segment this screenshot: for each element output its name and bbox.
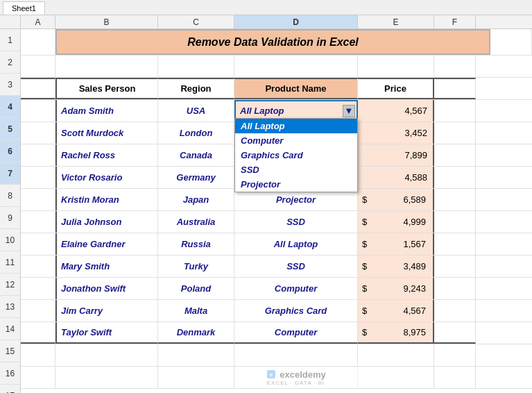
- cell-a4[interactable]: [21, 100, 55, 122]
- cell-a15[interactable]: [21, 344, 55, 366]
- col-header-e[interactable]: E: [358, 15, 434, 28]
- cell-a12[interactable]: [21, 278, 55, 299]
- dropdown-item-2[interactable]: Graphics Card: [235, 148, 357, 162]
- cell-e2[interactable]: [358, 56, 434, 77]
- cell-e4[interactable]: 4,567: [358, 100, 434, 122]
- cell-c15[interactable]: [158, 344, 234, 366]
- cell-d10[interactable]: All Laptop: [234, 233, 358, 255]
- col-header-f[interactable]: F: [434, 15, 476, 28]
- cell-a14[interactable]: [21, 322, 55, 344]
- cell-d12[interactable]: Computer: [234, 278, 358, 299]
- cell-a11[interactable]: [21, 256, 55, 277]
- cell-f4[interactable]: [434, 100, 476, 122]
- cell-c6[interactable]: Canada: [158, 144, 234, 166]
- cell-a10[interactable]: [21, 233, 55, 255]
- cell-c12[interactable]: Poland: [158, 278, 234, 299]
- cell-b16[interactable]: [55, 367, 158, 388]
- cell-c5[interactable]: London: [158, 122, 234, 144]
- cell-f6[interactable]: [434, 144, 476, 166]
- row-num-13[interactable]: 13: [0, 296, 20, 318]
- cell-c13[interactable]: Malta: [158, 300, 234, 321]
- cell-a16[interactable]: [21, 367, 55, 388]
- cell-b9[interactable]: Julia Johnson: [55, 211, 158, 233]
- row-num-12[interactable]: 12: [0, 274, 20, 296]
- cell-e11[interactable]: $ 3,489: [358, 256, 434, 277]
- row-num-10[interactable]: 10: [0, 229, 20, 251]
- cell-c4[interactable]: USA: [158, 100, 234, 122]
- sheet-tab[interactable]: Sheet1: [3, 1, 45, 15]
- cell-d11[interactable]: SSD: [234, 256, 358, 277]
- cell-f11[interactable]: [434, 256, 476, 277]
- cell-b3[interactable]: Sales Person: [55, 78, 158, 99]
- dropdown-item-4[interactable]: Projector: [235, 177, 357, 192]
- row-num-14[interactable]: 14: [0, 318, 20, 340]
- row-num-3[interactable]: 3: [0, 74, 20, 96]
- cell-d15[interactable]: [234, 344, 358, 366]
- cell-f8[interactable]: [434, 189, 476, 210]
- cell-c10[interactable]: Russia: [158, 233, 234, 255]
- row-num-15[interactable]: 15: [0, 340, 20, 362]
- cell-f14[interactable]: [434, 322, 476, 344]
- cell-e15[interactable]: [358, 344, 434, 366]
- cell-b13[interactable]: Jim Carry: [55, 300, 158, 321]
- cell-c7[interactable]: Germany: [158, 167, 234, 188]
- cell-d13[interactable]: Graphics Card: [234, 300, 358, 321]
- cell-b6[interactable]: Rachel Ross: [55, 144, 158, 166]
- cell-f12[interactable]: [434, 278, 476, 299]
- cell-f2[interactable]: [434, 56, 476, 77]
- cell-f7[interactable]: [434, 167, 476, 188]
- col-header-c[interactable]: C: [158, 15, 234, 28]
- col-header-a[interactable]: A: [21, 15, 55, 28]
- col-header-d[interactable]: D: [234, 15, 358, 28]
- cell-a2[interactable]: [21, 56, 55, 77]
- cell-c9[interactable]: Australia: [158, 211, 234, 233]
- cell-a9[interactable]: [21, 211, 55, 233]
- row-num-16[interactable]: 16: [0, 362, 20, 385]
- dropdown-item-0[interactable]: All Laptop: [235, 119, 357, 133]
- cell-e12[interactable]: $ 9,243: [358, 278, 434, 299]
- cell-f10[interactable]: [434, 233, 476, 255]
- cell-b12[interactable]: Jonathon Swift: [55, 278, 158, 299]
- cell-c14[interactable]: Denmark: [158, 322, 234, 344]
- cell-e10[interactable]: $ 1,567: [358, 233, 434, 255]
- cell-b11[interactable]: Mary Smith: [55, 256, 158, 277]
- col-header-b[interactable]: B: [55, 15, 158, 28]
- cell-b5[interactable]: Scott Murdock: [55, 122, 158, 144]
- dropdown-item-1[interactable]: Computer: [235, 133, 357, 148]
- cell-d3[interactable]: Product Name: [234, 78, 358, 99]
- cell-c11[interactable]: Turky: [158, 256, 234, 277]
- cell-f1[interactable]: [490, 29, 532, 55]
- cell-a8[interactable]: [21, 189, 55, 210]
- cell-b10[interactable]: Elaine Gardner: [55, 233, 158, 255]
- row-num-2[interactable]: 2: [0, 51, 20, 74]
- cell-e8[interactable]: $ 6,589: [358, 189, 434, 210]
- row-num-8[interactable]: 8: [0, 185, 20, 207]
- cell-b15[interactable]: [55, 344, 158, 366]
- cell-f3[interactable]: [434, 78, 476, 99]
- cell-f9[interactable]: [434, 211, 476, 233]
- cell-f5[interactable]: [434, 122, 476, 144]
- cell-d14[interactable]: Computer: [234, 322, 358, 344]
- cell-e14[interactable]: $ 8,975: [358, 322, 434, 344]
- cell-b2[interactable]: [55, 56, 158, 77]
- row-num-11[interactable]: 11: [0, 251, 20, 274]
- cell-f16[interactable]: [434, 367, 476, 388]
- cell-e16[interactable]: [358, 367, 434, 388]
- cell-e5[interactable]: 3,452: [358, 122, 434, 144]
- cell-c3[interactable]: Region: [158, 78, 234, 99]
- cell-d2[interactable]: [234, 56, 358, 77]
- cell-f15[interactable]: [434, 344, 476, 366]
- row-num-4[interactable]: 4: [0, 96, 20, 118]
- cell-c2[interactable]: [158, 56, 234, 77]
- row-num-5[interactable]: 5: [0, 118, 20, 140]
- cell-a7[interactable]: [21, 167, 55, 188]
- cell-a6[interactable]: [21, 144, 55, 166]
- cell-a1[interactable]: [21, 29, 55, 55]
- cell-a5[interactable]: [21, 122, 55, 144]
- row-num-1[interactable]: 1: [0, 29, 20, 51]
- cell-c8[interactable]: Japan: [158, 189, 234, 210]
- dropdown-item-3[interactable]: SSD: [235, 162, 357, 177]
- cell-d9[interactable]: SSD: [234, 211, 358, 233]
- cell-e6[interactable]: 7,899: [358, 144, 434, 166]
- row-num-9[interactable]: 9: [0, 207, 20, 229]
